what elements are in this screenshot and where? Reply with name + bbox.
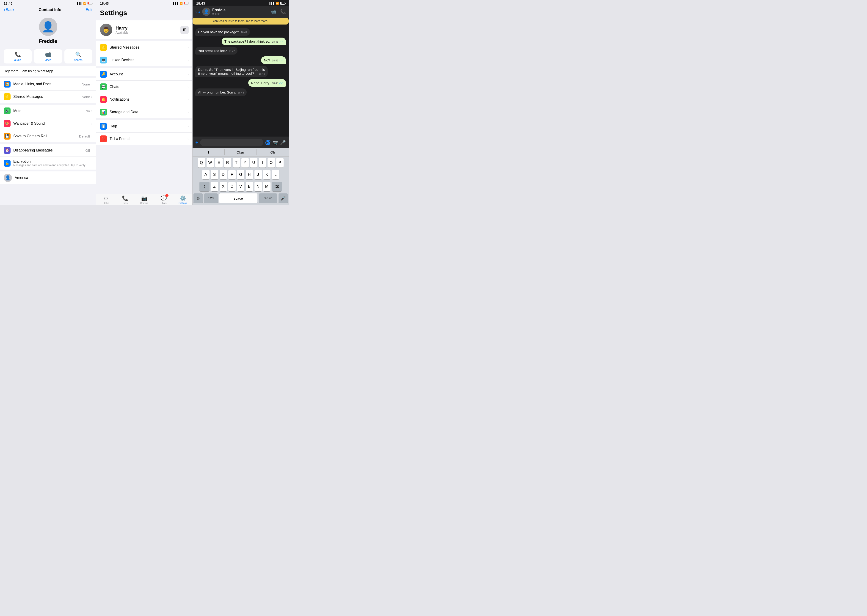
avatar-section: 👤 Freddie [0, 14, 96, 47]
chat-panel: 18:43 ▌▌▌ 📶 ‹ 4 👤 Freddie online 📹 📞 can… [193, 0, 289, 205]
chats-badge: 3 [165, 194, 168, 196]
key-d[interactable]: D [220, 170, 227, 179]
help-label: Help [110, 124, 187, 128]
space-key[interactable]: space [219, 193, 257, 203]
key-h[interactable]: H [246, 170, 253, 179]
audio-button[interactable]: 📞 audio [4, 49, 31, 63]
shift-key[interactable]: ⇧ [200, 182, 209, 191]
tab-bar: ⊙ Status 📞 Calls 📷 Camera 💬 3 Chats ⚙️ S… [96, 194, 192, 205]
encryption-item[interactable]: 🔒 Encryption Messages and calls are end-… [0, 157, 96, 170]
tell-friend-setting[interactable]: ❤️ Tell a Friend › [96, 133, 192, 145]
back-button-1[interactable]: ‹ Back [4, 8, 14, 12]
starred-messages[interactable]: ⭐ Starred Messages None › [0, 91, 96, 103]
key-b[interactable]: B [246, 182, 253, 191]
msg-time-7: 18:43 [238, 91, 244, 94]
chats-setting[interactable]: 💬 Chats › [96, 81, 192, 93]
chat-back-button[interactable]: ‹ [195, 9, 197, 14]
key-g[interactable]: G [237, 170, 244, 179]
qr-button[interactable]: ⊞ [180, 26, 189, 34]
tab-chats[interactable]: 💬 3 Chats [154, 195, 173, 204]
disappearing-label: Disappearing Messages [13, 148, 85, 152]
battery-icon-1 [87, 2, 92, 5]
message-5: Damn. So "The rivers in Beijing run free… [195, 66, 286, 77]
key-o[interactable]: O [267, 158, 275, 168]
key-c[interactable]: C [228, 182, 236, 191]
sticker-button[interactable]: 🌀 [265, 140, 271, 145]
suggestion-oh[interactable]: Oh [257, 149, 289, 155]
search-label: search [74, 58, 83, 62]
key-l[interactable]: L [272, 170, 279, 179]
mic-button[interactable]: 🎤 [280, 140, 286, 145]
disappearing-value: Off [85, 149, 90, 152]
media-links-docs[interactable]: 🖼️ Media, Links, and Docs None › [0, 78, 96, 91]
key-x[interactable]: X [220, 182, 227, 191]
message-7: Ah wrong number. Sorry. 18:43 [195, 88, 286, 96]
linked-devices-setting[interactable]: 💻 Linked Devices › [96, 54, 192, 66]
key-f[interactable]: F [228, 170, 236, 179]
tab-camera[interactable]: 📷 Camera [135, 195, 154, 204]
video-button[interactable]: 📹 video [34, 49, 62, 63]
attach-button[interactable]: + [195, 140, 198, 146]
edit-button[interactable]: Edit [86, 8, 92, 12]
key-s[interactable]: S [211, 170, 218, 179]
key-z[interactable]: Z [211, 182, 218, 191]
settings-tab-label: Settings [179, 202, 187, 204]
tab-calls[interactable]: 📞 Calls [116, 195, 135, 204]
keyboard-mic-key[interactable]: 🎤 [279, 193, 288, 203]
key-a[interactable]: A [202, 170, 209, 179]
help-setting[interactable]: ℹ️ Help › [96, 120, 192, 133]
tab-status[interactable]: ⊙ Status [96, 195, 116, 204]
numbers-key[interactable]: 123 [204, 193, 218, 203]
camera-button-input[interactable]: 📷 [272, 140, 278, 145]
key-p[interactable]: P [276, 158, 283, 168]
mute-item[interactable]: 🔊 Mute No › [0, 105, 96, 117]
video-call-button[interactable]: 📹 [271, 9, 277, 14]
key-m[interactable]: M [263, 182, 271, 191]
key-n[interactable]: N [255, 182, 262, 191]
backspace-key[interactable]: ⌫ [272, 182, 282, 191]
suggestion-i[interactable]: I [193, 149, 225, 155]
key-j[interactable]: J [255, 170, 262, 179]
key-q[interactable]: Q [198, 158, 205, 168]
america-contact[interactable]: 👤 America [0, 171, 96, 184]
key-t[interactable]: T [233, 158, 240, 168]
time-1: 18:45 [4, 2, 13, 5]
encryption-chevron: › [91, 161, 92, 165]
chats-chevron: › [187, 85, 189, 89]
key-k[interactable]: K [263, 170, 271, 179]
account-setting[interactable]: 🔑 Account › [96, 68, 192, 81]
suggestion-okay[interactable]: Okay [225, 149, 257, 155]
starred-messages-setting[interactable]: ⭐ Starred Messages › [96, 41, 192, 54]
search-button[interactable]: 🔍 search [65, 49, 92, 63]
battery-icon-2 [184, 2, 189, 5]
voice-call-button[interactable]: 📞 [280, 9, 286, 14]
disappearing-icon: ⏰ [4, 147, 11, 154]
status-icons-1: ▌▌▌ 📶 [77, 2, 92, 5]
notifications-setting[interactable]: 🔔 Notifications › [96, 93, 192, 106]
starred-label: Starred Messages [13, 95, 82, 99]
wallpaper-item[interactable]: 🎨 Wallpaper & Sound › [0, 117, 96, 130]
profile-avatar: 👨 [100, 24, 112, 36]
emoji-key[interactable]: ☺ [194, 193, 203, 203]
profile-card[interactable]: 👨 Harry Available ⊞ [96, 20, 192, 39]
return-key[interactable]: return [259, 193, 277, 203]
disappearing-messages[interactable]: ⏰ Disappearing Messages Off › [0, 144, 96, 157]
profile-status: Available [116, 31, 177, 35]
camera-roll-item[interactable]: 💾 Save to Camera Roll Default › [0, 130, 96, 142]
chat-back-count[interactable]: 4 [198, 10, 200, 14]
search-icon: 🔍 [75, 52, 81, 58]
key-r[interactable]: R [224, 158, 231, 168]
key-u[interactable]: U [250, 158, 257, 168]
message-bubble-1: Do you have the package? 18:41 [195, 28, 250, 36]
key-w[interactable]: W [206, 158, 214, 168]
key-v[interactable]: V [237, 182, 244, 191]
chat-contact-info[interactable]: Freddie online [212, 8, 269, 15]
message-input[interactable] [200, 139, 263, 146]
key-i[interactable]: I [259, 158, 266, 168]
wallpaper-chevron: › [91, 122, 92, 125]
key-y[interactable]: Y [241, 158, 249, 168]
key-e[interactable]: E [215, 158, 223, 168]
encryption-icon: 🔒 [4, 160, 11, 167]
tab-settings[interactable]: ⚙️ Settings [173, 195, 192, 204]
storage-setting[interactable]: 📊 Storage and Data › [96, 106, 192, 118]
